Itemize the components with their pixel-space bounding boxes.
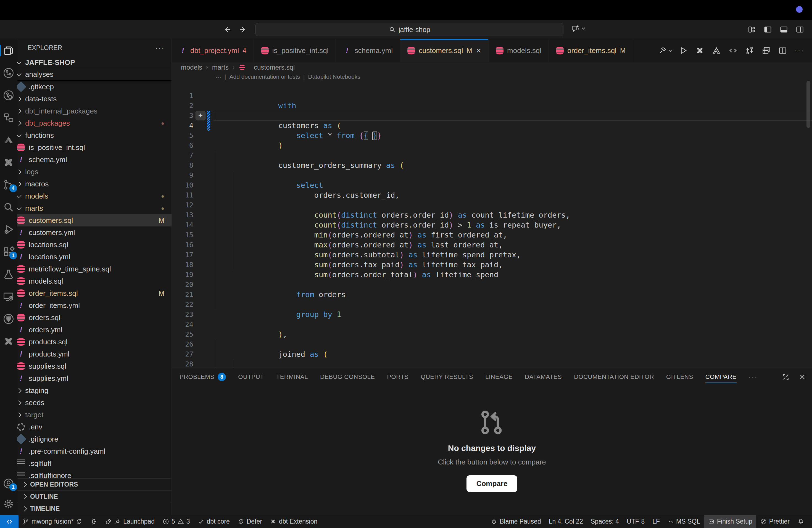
code-line[interactable]: 14 + min(orders.ordered_at) as first_ord… bbox=[172, 210, 812, 220]
close-icon[interactable]: × bbox=[476, 46, 481, 55]
finish-setup-item[interactable]: Finish Setup bbox=[704, 515, 756, 528]
code-line[interactable]: 25 + bbox=[172, 320, 812, 329]
gitlens-icon[interactable] bbox=[2, 89, 15, 102]
code-line[interactable]: 4 + select * from {{ }} bbox=[172, 111, 812, 121]
tree-item[interactable]: metricflow_time_spine.sql bbox=[17, 263, 172, 275]
encoding[interactable]: UTF-8 bbox=[623, 515, 649, 528]
code-line[interactable]: 7 + customer_orders_summary as ( bbox=[172, 141, 812, 150]
eol-sequence[interactable]: LF bbox=[649, 515, 664, 528]
run-play-icon[interactable] bbox=[679, 46, 688, 55]
tree-item[interactable]: locations.yml bbox=[17, 251, 172, 263]
panel-tab[interactable]: DATAMATES bbox=[525, 368, 562, 385]
git-graph-status-icon[interactable] bbox=[86, 515, 101, 528]
tree-item[interactable]: customers.yml bbox=[17, 226, 172, 239]
code-line[interactable]: 5 + ) bbox=[172, 121, 812, 131]
code-editor[interactable]: ··· | Add documentation or tests | Datap… bbox=[172, 73, 812, 368]
tree-item[interactable]: dbt_internal_packages bbox=[17, 105, 172, 117]
copilot-chat-button[interactable] bbox=[571, 24, 585, 33]
compare-button[interactable]: Compare bbox=[466, 475, 518, 492]
tree-item[interactable]: .pre-commit-config.yaml bbox=[17, 445, 172, 457]
panel-tab[interactable]: LINEAGE bbox=[485, 368, 512, 385]
editor-tab[interactable]: customers.sql M × bbox=[400, 39, 489, 62]
breadcrumb-item[interactable]: marts bbox=[212, 63, 229, 71]
panel-tab[interactable]: DOCUMENTATION EDITOR bbox=[574, 368, 654, 385]
tree-item[interactable]: logs bbox=[17, 166, 172, 178]
git-graph-icon[interactable] bbox=[2, 67, 15, 79]
code-line[interactable]: 20 + from orders bbox=[172, 270, 812, 280]
editor-scrollbar[interactable] bbox=[807, 81, 810, 128]
add-action-button[interactable]: + bbox=[195, 111, 205, 120]
dbt-extension-item[interactable]: dbt Extension bbox=[266, 515, 321, 528]
source-control-icon[interactable]: 4 bbox=[2, 178, 15, 191]
tree-item[interactable]: locations.sql bbox=[17, 239, 172, 251]
compare-changes-icon[interactable] bbox=[745, 46, 754, 55]
account-icon[interactable]: 1 bbox=[2, 477, 15, 490]
tree-item[interactable]: JAFFLE-SHOP bbox=[17, 56, 172, 69]
code-icon[interactable] bbox=[728, 46, 738, 55]
tree-item[interactable]: orders.yml bbox=[17, 324, 172, 336]
code-line[interactable]: 23 + bbox=[172, 299, 812, 310]
panel-more-tabs-icon[interactable]: ··· bbox=[749, 373, 758, 381]
panel-tab[interactable]: QUERY RESULTS bbox=[421, 368, 473, 385]
tree-item[interactable]: dbt_packages ● bbox=[17, 117, 172, 129]
codelens-add-docs-link[interactable]: Add documentation or tests bbox=[229, 73, 300, 81]
breadcrumb[interactable]: models › marts › customers.sql bbox=[172, 62, 812, 73]
back-arrow-icon[interactable] bbox=[223, 25, 231, 34]
code-line[interactable]: 19 + bbox=[172, 260, 812, 270]
editor-tab[interactable]: schema.yml × bbox=[336, 39, 400, 62]
tree-item[interactable]: order_items.yml bbox=[17, 299, 172, 311]
tree-item[interactable]: models ● bbox=[17, 190, 172, 202]
code-line[interactable]: 3 + customers as ( bbox=[172, 101, 812, 111]
tree-item[interactable]: models.sql bbox=[17, 275, 172, 287]
code-line[interactable]: 2 + bbox=[172, 91, 812, 101]
code-line[interactable]: 8 + bbox=[172, 150, 812, 160]
tree-item[interactable]: .sqlfluffignore bbox=[17, 469, 172, 478]
split-editor-icon[interactable] bbox=[778, 46, 787, 55]
tree-item[interactable]: .gitkeep bbox=[17, 80, 172, 93]
extensions-icon[interactable]: 1 bbox=[2, 246, 15, 258]
tree-item[interactable]: seeds bbox=[17, 397, 172, 409]
tree-item[interactable]: analyses bbox=[17, 69, 172, 80]
tree-item[interactable]: functions bbox=[17, 129, 172, 142]
blame-item[interactable]: Blame Paused bbox=[487, 515, 545, 528]
panel-tab[interactable]: TERMINAL bbox=[276, 368, 308, 385]
toggle-primary-sidebar-icon[interactable] bbox=[764, 25, 772, 34]
editor-tab[interactable]: dbt_project.yml 4 × bbox=[172, 39, 254, 62]
panel-tab[interactable]: PROBLEMS 8 bbox=[179, 368, 226, 385]
codelens-datapilot-link[interactable]: Datapilot Notebooks bbox=[308, 73, 360, 81]
tree-item[interactable]: .sqlfluff bbox=[17, 457, 172, 469]
tree-item[interactable]: supplies.yml bbox=[17, 372, 172, 384]
code-line[interactable]: 22 + group by 1 bbox=[172, 290, 812, 299]
code-line[interactable]: 26 + joined as ( bbox=[172, 329, 812, 339]
test-beaker-icon[interactable] bbox=[2, 268, 15, 281]
code-line[interactable]: 1 + with bbox=[172, 81, 812, 91]
notifications-bell-icon[interactable] bbox=[794, 515, 808, 528]
code-line[interactable]: 18 + sum(orders.order_total) as lifetime… bbox=[172, 250, 812, 260]
code-line[interactable]: 13 + count(distinct orders.order_id) > 1… bbox=[172, 200, 812, 210]
panel-tab[interactable]: PORTS bbox=[387, 368, 408, 385]
tree-item[interactable]: macros bbox=[17, 178, 172, 190]
cursor-position[interactable]: Ln 4, Col 22 bbox=[545, 515, 587, 528]
tree-item[interactable]: schema.yml bbox=[17, 153, 172, 166]
tree-item[interactable]: is_positive_int.sql bbox=[17, 142, 172, 153]
code-line[interactable]: 10 + orders.customer_id, bbox=[172, 171, 812, 180]
code-line[interactable]: 12 + count(distinct orders.order_id) as … bbox=[172, 190, 812, 200]
tree-item[interactable]: customers.sql M bbox=[17, 214, 172, 226]
altimate-icon[interactable] bbox=[2, 134, 15, 146]
altimate-icon[interactable] bbox=[712, 46, 721, 55]
tree-item[interactable]: data-tests bbox=[17, 93, 172, 105]
tree-item[interactable]: products.sql bbox=[17, 336, 172, 348]
sidebar-section-header[interactable]: OUTLINE bbox=[17, 490, 172, 503]
toggle-secondary-sidebar-icon[interactable] bbox=[795, 25, 804, 34]
code-line[interactable]: 16 + sum(orders.subtotal) as lifetime_sp… bbox=[172, 230, 812, 240]
explorer-icon[interactable] bbox=[2, 44, 15, 57]
tree-item[interactable]: .gitignore bbox=[17, 433, 172, 445]
editor-tab[interactable]: order_items.sql M × bbox=[549, 39, 633, 62]
code-line[interactable]: 6 + bbox=[172, 131, 812, 141]
maximize-panel-icon[interactable] bbox=[782, 373, 790, 381]
prettier-item[interactable]: Prettier bbox=[756, 515, 794, 528]
code-line[interactable]: 28 + select bbox=[172, 349, 812, 359]
remote-indicator[interactable] bbox=[0, 515, 18, 528]
more-actions-icon[interactable]: ··· bbox=[795, 46, 804, 55]
tree-item[interactable]: target bbox=[17, 409, 172, 421]
